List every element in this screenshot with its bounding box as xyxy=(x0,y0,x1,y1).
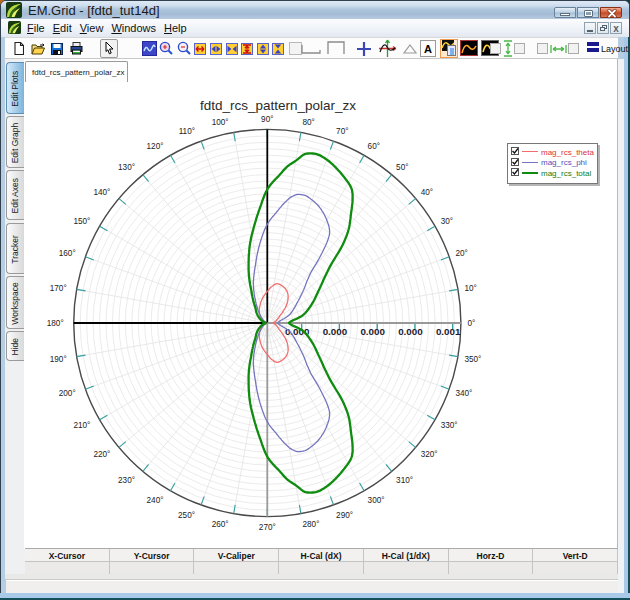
svg-text:60°: 60° xyxy=(368,142,380,151)
svg-text:170°: 170° xyxy=(50,284,67,293)
svg-text:0.001: 0.001 xyxy=(436,326,461,337)
svg-text:150°: 150° xyxy=(73,217,90,226)
svg-text:230°: 230° xyxy=(118,476,135,485)
svg-text:0.000: 0.000 xyxy=(398,326,423,337)
svg-text:320°: 320° xyxy=(421,450,438,459)
svg-text:40°: 40° xyxy=(421,188,433,197)
svg-text:50°: 50° xyxy=(396,163,408,172)
svg-text:0.000: 0.000 xyxy=(360,326,385,337)
svg-text:200°: 200° xyxy=(59,389,76,398)
svg-text:80°: 80° xyxy=(303,118,315,127)
svg-text:350°: 350° xyxy=(464,355,481,364)
svg-text:300°: 300° xyxy=(368,496,385,505)
svg-text:270°: 270° xyxy=(259,523,276,532)
svg-text:0°: 0° xyxy=(467,319,475,328)
svg-text:220°: 220° xyxy=(93,450,110,459)
svg-text:110°: 110° xyxy=(179,127,195,136)
svg-text:330°: 330° xyxy=(441,421,458,430)
svg-text:130°: 130° xyxy=(118,163,135,172)
svg-text:20°: 20° xyxy=(455,249,467,258)
svg-text:10°: 10° xyxy=(464,284,476,293)
svg-text:180°: 180° xyxy=(47,319,64,328)
svg-text:250°: 250° xyxy=(178,511,195,520)
svg-text:290°: 290° xyxy=(336,511,353,520)
svg-text:100°: 100° xyxy=(212,118,229,127)
svg-text:30°: 30° xyxy=(441,217,453,226)
svg-text:0.000: 0.000 xyxy=(323,326,348,337)
svg-text:260°: 260° xyxy=(212,520,229,529)
svg-text:140°: 140° xyxy=(93,188,110,197)
svg-text:280°: 280° xyxy=(303,520,320,529)
svg-text:240°: 240° xyxy=(147,496,164,505)
svg-text:90°: 90° xyxy=(261,115,273,124)
svg-text:310°: 310° xyxy=(396,476,413,485)
svg-text:210°: 210° xyxy=(73,421,90,430)
svg-text:70°: 70° xyxy=(336,127,348,136)
svg-text:340°: 340° xyxy=(455,389,472,398)
svg-text:160°: 160° xyxy=(59,249,76,258)
svg-text:190°: 190° xyxy=(50,355,67,364)
svg-text:120°: 120° xyxy=(147,142,164,151)
